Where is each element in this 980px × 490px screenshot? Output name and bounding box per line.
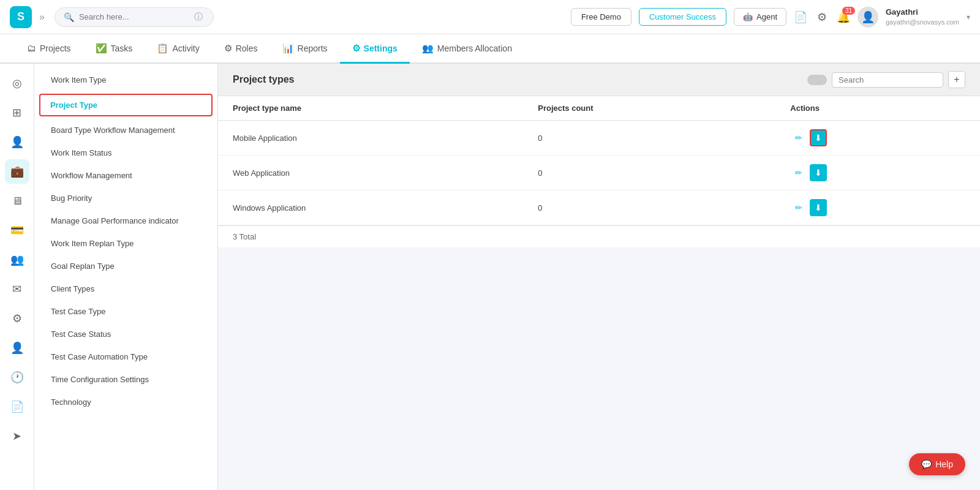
delete-button-web[interactable]: ⬇	[810, 164, 827, 181]
edit-button-web[interactable]: ✏	[790, 164, 807, 181]
settings-item-technology[interactable]: Technology	[34, 391, 217, 413]
agent-icon: 🤖	[743, 12, 753, 21]
members-icon: 👥	[422, 43, 434, 54]
settings-item-client-types[interactable]: Client Types	[34, 277, 217, 300]
help-icon: 💬	[921, 459, 932, 469]
tab-members-allocation[interactable]: 👥 Members Allocation	[410, 34, 524, 64]
document-icon[interactable]: 📄	[794, 10, 807, 24]
tasks-icon: ✅	[96, 43, 107, 54]
settings-item-manage-goal-performance[interactable]: Manage Goal Performance indicator	[34, 209, 217, 232]
row-name-web: Web Application	[218, 156, 523, 190]
tab-reports[interactable]: 📊 Reports	[270, 34, 340, 64]
sidebar-icon-send[interactable]: ➤	[5, 424, 29, 448]
agent-button[interactable]: 🤖 Agent	[734, 8, 786, 26]
customer-success-button[interactable]: Customer Success	[639, 8, 726, 26]
delete-button-windows[interactable]: ⬇	[810, 199, 827, 216]
delete-button-mobile[interactable]: ⬇	[810, 129, 827, 146]
table-container: Project type name Projects count Actions…	[218, 96, 980, 225]
settings-item-workflow-management[interactable]: Workflow Management	[34, 164, 217, 187]
row-count-mobile: 0	[523, 121, 775, 156]
total-count: 3 Total	[233, 232, 256, 241]
navbar-icons: 📄 ⚙ 🔔 31	[794, 10, 850, 24]
sidebar-icon-briefcase[interactable]: 💼	[5, 159, 29, 184]
add-button[interactable]: +	[948, 71, 965, 88]
tab-tasks[interactable]: ✅ Tasks	[83, 34, 145, 64]
sidebar-icon-card[interactable]: 💳	[5, 218, 29, 243]
user-name: Gayathri	[886, 7, 959, 18]
settings-sidebar: Work Item Type Project Type Board Type W…	[34, 64, 218, 490]
row-count-windows: 0	[523, 190, 775, 225]
edit-button-mobile[interactable]: ✏	[790, 129, 807, 146]
sidebar-icon-report[interactable]: 📄	[5, 394, 29, 419]
left-sidebar: ◎ ⊞ 👤 💼 🖥 💳 👥 ✉ ⚙ 👤 🕐 📄 ➤	[0, 64, 34, 490]
settings-tab-icon: ⚙	[352, 43, 360, 54]
settings-item-test-case-status[interactable]: Test Case Status	[34, 323, 217, 345]
top-navbar: S » 🔍 ⓘ Free Demo Customer Success 🤖 Age…	[0, 0, 980, 34]
main-content: Project types + Project type name Projec…	[218, 64, 980, 490]
tab-projects[interactable]: 🗂 Projects	[15, 34, 83, 64]
app-logo[interactable]: S	[10, 6, 32, 28]
main-layout: ◎ ⊞ 👤 💼 🖥 💳 👥 ✉ ⚙ 👤 🕐 📄 ➤ Work Item Type…	[0, 64, 980, 490]
settings-item-goal-replan-type[interactable]: Goal Replan Type	[34, 255, 217, 277]
settings-icon[interactable]: ⚙	[817, 10, 827, 24]
content-title: Project types	[233, 74, 294, 85]
sidebar-icon-person[interactable]: 👤	[5, 336, 29, 360]
free-demo-button[interactable]: Free Demo	[571, 8, 631, 26]
sidebar-icon-users[interactable]: 👤	[5, 130, 29, 154]
help-button[interactable]: 💬 Help	[909, 453, 965, 475]
table-row: Web Application 0 ✏ ⬇	[218, 156, 980, 190]
sidebar-icon-dashboard[interactable]: ⊞	[5, 100, 29, 125]
search-input[interactable]	[79, 12, 189, 21]
table-row: Mobile Application 0 ✏ ⬇	[218, 121, 980, 156]
tab-activity[interactable]: 📋 Activity	[145, 34, 211, 64]
sidebar-icon-monitor[interactable]: 🖥	[5, 189, 29, 213]
settings-item-time-configuration-settings[interactable]: Time Configuration Settings	[34, 368, 217, 391]
reports-icon: 📊	[282, 43, 294, 54]
table-search-input[interactable]	[839, 75, 937, 85]
roles-icon: ⚙	[224, 43, 232, 54]
row-count-web: 0	[523, 156, 775, 190]
settings-item-test-case-type[interactable]: Test Case Type	[34, 300, 217, 323]
toggle-switch[interactable]	[807, 75, 827, 85]
search-box	[832, 72, 943, 88]
col-project-type-name: Project type name	[218, 96, 523, 121]
notification-badge: 31	[842, 7, 855, 15]
sidebar-icon-clock[interactable]: 🕐	[5, 365, 29, 390]
content-header-right: +	[807, 71, 965, 88]
settings-item-work-item-status[interactable]: Work Item Status	[34, 141, 217, 164]
global-search: 🔍 ⓘ	[55, 7, 214, 27]
sidebar-icon-mail[interactable]: ✉	[5, 277, 29, 301]
row-name-windows: Windows Application	[218, 190, 523, 225]
row-name-mobile: Mobile Application	[218, 121, 523, 156]
col-actions: Actions	[775, 96, 980, 121]
sidebar-icon-settings2[interactable]: ⚙	[5, 306, 29, 331]
activity-icon: 📋	[157, 43, 168, 54]
settings-item-project-type[interactable]: Project Type	[39, 94, 213, 116]
avatar[interactable]: 👤	[858, 7, 878, 28]
edit-button-windows[interactable]: ✏	[790, 199, 807, 216]
projects-icon: 🗂	[27, 43, 36, 53]
col-projects-count: Projects count	[523, 96, 775, 121]
settings-item-board-type-workflow[interactable]: Board Type Workflow Management	[34, 119, 217, 141]
row-actions-web: ✏ ⬇	[775, 156, 980, 190]
notifications-icon[interactable]: 🔔 31	[837, 10, 850, 24]
row-actions-windows: ✏ ⬇	[775, 190, 980, 225]
sidebar-icon-analytics[interactable]: ◎	[5, 71, 29, 96]
settings-item-test-case-automation-type[interactable]: Test Case Automation Type	[34, 345, 217, 368]
settings-item-bug-priority[interactable]: Bug Priority	[34, 187, 217, 209]
tab-roles[interactable]: ⚙ Roles	[212, 34, 270, 64]
settings-item-work-item-replan-type[interactable]: Work Item Replan Type	[34, 232, 217, 255]
info-icon[interactable]: ⓘ	[194, 12, 203, 23]
user-dropdown-arrow[interactable]: ▾	[967, 13, 970, 21]
table-footer: 3 Total	[218, 225, 980, 247]
table-row: Windows Application 0 ✏ ⬇	[218, 190, 980, 225]
settings-item-work-item-type[interactable]: Work Item Type	[34, 69, 217, 91]
expand-icon[interactable]: »	[39, 12, 45, 23]
tab-settings[interactable]: ⚙ Settings	[340, 34, 410, 64]
content-header: Project types +	[218, 64, 980, 96]
search-icon: 🔍	[64, 12, 74, 22]
project-types-table: Project type name Projects count Actions…	[218, 96, 980, 225]
sidebar-icon-team[interactable]: 👥	[5, 247, 29, 272]
user-info: Gayathri gayathri@snovasys.com	[886, 7, 959, 26]
user-email: gayathri@snovasys.com	[886, 18, 959, 26]
